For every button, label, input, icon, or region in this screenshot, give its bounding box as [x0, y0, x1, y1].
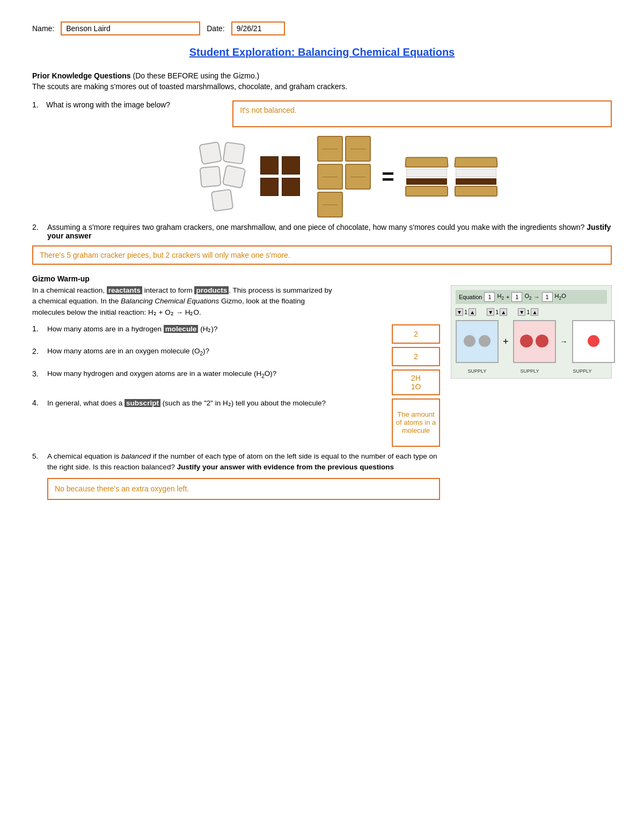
- q1-answer[interactable]: It's not balanced.: [232, 100, 612, 127]
- marshmallow-2: [223, 142, 246, 165]
- date-input[interactable]: 9/26/21: [231, 21, 285, 35]
- gizmo-intro: In a chemical reaction, reactants intera…: [32, 285, 333, 318]
- name-input[interactable]: Benson Laird: [61, 21, 200, 35]
- header: Name: Benson Laird Date: 9/26/21: [32, 21, 612, 35]
- h2-atoms: [463, 335, 491, 349]
- h2o-label: H2O: [555, 293, 566, 301]
- controls-group: ▼ 1 ▲ ▼ 1 ▲ ▼ 1 ▲: [456, 308, 538, 316]
- chocolate-grid: [260, 156, 301, 197]
- gizmo-q4-text: In general, what does a subscript (such …: [47, 398, 387, 407]
- marshmallow-5: [211, 189, 234, 212]
- equation-display: Equation 1 H2 + 1 O2 → 1 H2O: [456, 290, 607, 304]
- smore-1-mid: [406, 169, 447, 177]
- supply-label-2: SUPPLY: [508, 368, 551, 374]
- graham-2: [345, 136, 371, 162]
- o2-up-btn[interactable]: ▲: [500, 308, 507, 316]
- equals-sign: =: [382, 165, 394, 189]
- gizmo-q4-answer[interactable]: The amount of atoms in a molecule: [392, 398, 440, 447]
- h2o-molecule-col: [572, 320, 615, 363]
- choc-3: [260, 178, 279, 196]
- q2-text: Assuming a s'more requires two graham cr…: [47, 223, 612, 240]
- h2-controls: ▼ 1 ▲: [456, 308, 476, 316]
- h2-molecule-col: [456, 320, 499, 363]
- gizmo-q2: 2. How many atoms are in an oxygen molec…: [32, 347, 440, 366]
- h2o-coef[interactable]: 1: [542, 292, 553, 302]
- smore-2-top: [454, 157, 497, 168]
- prior-section-title: Prior Knowledge Questions (Do these BEFO…: [32, 71, 612, 80]
- gizmo-sim-box: Equation 1 H2 + 1 O2 → 1 H2O ▼ 1: [451, 285, 612, 379]
- controls-row: ▼ 1 ▲ ▼ 1 ▲ ▼ 1 ▲: [456, 308, 607, 316]
- prior-intro-text: The scouts are making s'mores out of toa…: [32, 82, 612, 91]
- smore-2-mid: [456, 169, 496, 177]
- choc-4: [282, 178, 300, 196]
- o-atom-water: [588, 335, 599, 347]
- graham-5: [317, 192, 343, 217]
- name-label: Name:: [32, 24, 54, 33]
- gizmo-q4: 4. In general, what does a subscript (su…: [32, 398, 440, 447]
- gizmo-q2-answer[interactable]: 2: [392, 347, 440, 366]
- gizmo-q1-num: 1.: [32, 324, 43, 333]
- gizmo-q5: 5. A chemical equation is balanced if th…: [32, 451, 440, 501]
- prior-q1: 1. What is wrong with the image below? I…: [32, 100, 612, 127]
- o2-atoms: [519, 334, 549, 350]
- gizmo-q5-text: A chemical equation is balanced if the n…: [47, 451, 440, 473]
- smore-2-choc: [456, 178, 496, 185]
- h2o-down-btn[interactable]: ▼: [518, 308, 525, 316]
- h2o-up-btn[interactable]: ▲: [531, 308, 538, 316]
- h2o-controls: ▼ 1 ▲: [518, 308, 538, 316]
- supply-label-1: SUPPLY: [456, 368, 499, 374]
- plus-1: +: [506, 294, 509, 300]
- gizmo-q2-text: How many atoms are in an oxygen molecule…: [47, 347, 387, 357]
- o2-molecule-col: [513, 320, 556, 363]
- o2-value: 1: [495, 309, 499, 315]
- q2-answer[interactable]: There's 5 graham cracker pieces, but 2 c…: [32, 245, 612, 265]
- gizmo-q3: 3. How many hydrogen and oxygen atoms ar…: [32, 369, 440, 395]
- chocolate-group: [260, 156, 301, 197]
- gizmo-q3-answer[interactable]: 2H 1O: [392, 369, 440, 395]
- o2-molecule-box: [513, 320, 556, 363]
- h-atom-2: [479, 335, 491, 347]
- marshmallow-group: [200, 143, 244, 211]
- graham-group: [317, 136, 371, 217]
- h2o-atoms: [587, 335, 600, 349]
- gizmo-q1: 1. How many atoms are in a hydrogen mole…: [32, 324, 440, 344]
- gizmo-q3-text: How many hydrogen and oxygen atoms are i…: [47, 369, 387, 379]
- smore-1-bot: [405, 186, 448, 197]
- marshmallow-1: [199, 141, 222, 165]
- smore-1: [405, 157, 448, 197]
- gizmo-q5-answer[interactable]: No because there's an extra oxygen left.: [47, 478, 440, 500]
- gizmo-q2-num: 2.: [32, 347, 43, 356]
- marshmallow-3: [200, 165, 222, 187]
- supply-labels: SUPPLY SUPPLY SUPPLY: [456, 367, 607, 374]
- h2-down-btn[interactable]: ▼: [456, 308, 463, 316]
- gizmo-q5-row: 5. A chemical equation is balanced if th…: [32, 451, 440, 473]
- choc-1: [260, 156, 279, 175]
- prior-q2: 2. Assuming a s'more requires two graham…: [32, 223, 612, 240]
- o2-down-btn[interactable]: ▼: [487, 308, 494, 316]
- assembled-smores: [405, 157, 497, 197]
- gizmo-q3-num: 3.: [32, 369, 43, 378]
- arrow: →: [534, 294, 540, 300]
- gizmo-q4-num: 4.: [32, 398, 43, 407]
- prior-knowledge-section: Prior Knowledge Questions (Do these BEFO…: [32, 71, 612, 265]
- gizmo-section: Gizmo Warm-up In a chemical reaction, re…: [32, 274, 612, 510]
- h2-molecule-box: [456, 320, 499, 363]
- h2-up-btn[interactable]: ▲: [469, 308, 476, 316]
- h-atom-1: [464, 335, 475, 347]
- h2o-molecule-box: [572, 320, 615, 363]
- h2o-value: 1: [526, 309, 530, 315]
- h2-value: 1: [464, 309, 467, 315]
- smores-image: =: [86, 136, 612, 217]
- marshmallow-4: [222, 164, 246, 188]
- q1-text: What is wrong with the image below?: [46, 100, 228, 109]
- gizmo-simulator: Equation 1 H2 + 1 O2 → 1 H2O ▼ 1: [451, 285, 612, 379]
- supply-col-1: SUPPLY: [456, 367, 499, 374]
- h2-coef[interactable]: 1: [484, 292, 495, 302]
- gizmo-q1-answer[interactable]: 2: [392, 324, 440, 344]
- o2-coef[interactable]: 1: [511, 292, 522, 302]
- equation-label: Equation: [459, 294, 482, 300]
- h2-label: H2: [497, 293, 504, 301]
- supply-col-3: SUPPLY: [561, 367, 604, 374]
- q2-num: 2.: [32, 223, 43, 231]
- plus-molecule: +: [503, 336, 509, 347]
